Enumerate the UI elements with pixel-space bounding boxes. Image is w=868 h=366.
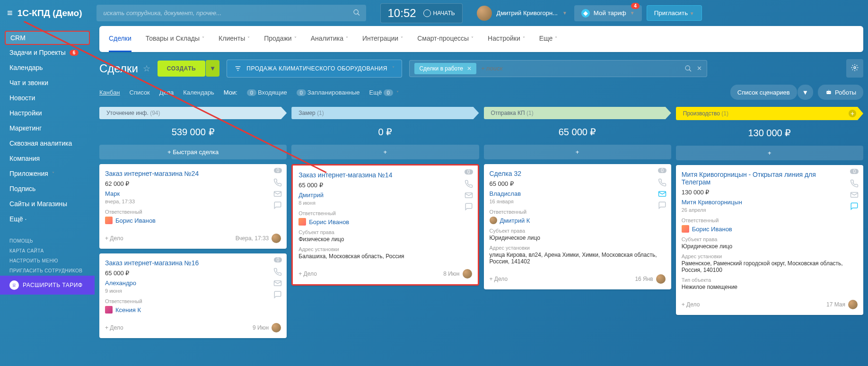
quick-deal-button[interactable]: + Быстрая сделка <box>99 145 287 159</box>
sidebar-item-news[interactable]: Новости <box>0 90 95 105</box>
sidebar-item-crm[interactable]: CRM <box>5 31 90 45</box>
tab-clients[interactable]: Клиенты˅ <box>219 26 250 52</box>
phone-icon[interactable] <box>850 179 859 188</box>
search-icon[interactable] <box>684 65 692 72</box>
quick-deal-button[interactable]: + <box>676 146 863 160</box>
sidebar-item-more[interactable]: Ещё · <box>0 211 95 227</box>
filter-search-input[interactable] <box>481 65 684 72</box>
card-contact[interactable]: Алехандро <box>105 279 281 287</box>
scenarios-button[interactable]: Список сценариев <box>730 85 797 100</box>
card-title[interactable]: Заказ интернет-магазина №14 <box>298 171 472 179</box>
search-input[interactable] <box>96 5 366 21</box>
chat-icon[interactable] <box>658 201 666 209</box>
card-title[interactable]: Митя Кривогорницын - Открытая линия для … <box>682 171 858 186</box>
sidebar-sitemap[interactable]: КАРТА САЙТА <box>0 246 95 256</box>
tab-smart[interactable]: Смарт-процессы˅ <box>417 26 473 52</box>
add-task-button[interactable]: + Дело <box>682 301 700 308</box>
mail-icon[interactable] <box>465 191 473 200</box>
responsible-name[interactable]: Борис Иванов <box>115 217 156 224</box>
filter-search[interactable]: Сделки в работе ✕ ✕ <box>409 60 707 77</box>
add-task-button[interactable]: + Дело <box>490 276 508 282</box>
mail-icon[interactable] <box>850 191 859 199</box>
search-icon[interactable] <box>353 9 360 17</box>
settings-button[interactable] <box>846 59 863 78</box>
phone-icon[interactable] <box>658 178 666 187</box>
view-tasks[interactable]: Дела <box>159 89 174 96</box>
create-button[interactable]: СОЗДАТЬ <box>158 61 205 77</box>
column-header[interactable]: Отправка КП (1) <box>484 107 671 119</box>
phone-icon[interactable] <box>273 268 282 276</box>
column-header[interactable]: Производство (1) + <box>676 107 863 120</box>
sidebar-item-sites[interactable]: Сайты и Магазины <box>0 196 95 211</box>
mail-icon[interactable] <box>658 190 666 198</box>
create-dropdown[interactable]: ▼ <box>206 60 219 77</box>
expand-tariff-button[interactable]: ♕ РАСШИРИТЬ ТАРИФ <box>0 276 95 295</box>
tab-integrations[interactable]: Интеграции˅ <box>362 26 403 52</box>
time-widget[interactable]: 10:52 НАЧАТЬ <box>380 3 463 23</box>
mail-icon[interactable] <box>273 190 282 198</box>
deal-card[interactable]: 0 Заказ интернет-магазина №24 62 000 ₽ М… <box>99 164 287 249</box>
tab-sales[interactable]: Продажи˅ <box>264 26 296 52</box>
phone-icon[interactable] <box>273 178 282 187</box>
add-task-button[interactable]: + Дело <box>105 324 123 331</box>
deal-card[interactable]: 0 Заказ интернет-магазина №14 65 000 ₽ Д… <box>291 164 479 286</box>
add-task-button[interactable]: + Дело <box>298 270 317 277</box>
column-header[interactable]: Замер (1) <box>291 107 479 119</box>
tariff-button[interactable]: ◆ Мой тариф ▼ 4 <box>574 5 642 21</box>
view-kanban[interactable]: Канбан <box>99 89 120 96</box>
close-icon[interactable]: ✕ <box>697 65 702 72</box>
filter-tag[interactable]: Сделки в работе ✕ <box>414 63 476 74</box>
scenarios-dropdown[interactable]: ▼ <box>798 85 813 100</box>
quick-deal-button[interactable]: + <box>291 145 479 159</box>
view-calendar[interactable]: Календарь <box>183 89 214 96</box>
phone-icon[interactable] <box>465 180 473 188</box>
responsible-name[interactable]: Борис Иванов <box>309 218 349 226</box>
chat-icon[interactable] <box>850 202 859 210</box>
sidebar-item-company[interactable]: Компания <box>0 151 95 166</box>
chat-icon[interactable] <box>273 290 282 299</box>
robots-button[interactable]: Роботы <box>818 85 863 100</box>
sidebar-item-marketing[interactable]: Маркетинг <box>0 121 95 136</box>
tab-products[interactable]: Товары и Склады˅ <box>146 26 204 52</box>
card-title[interactable]: Заказ интернет-магазина №24 <box>105 170 281 177</box>
view-more[interactable]: Ещё 0 ˅ <box>369 89 399 96</box>
sidebar-help[interactable]: ПОМОЩЬ <box>0 236 95 246</box>
tab-more[interactable]: Еще˅ <box>539 26 558 52</box>
filter-button[interactable]: ПРОДАЖА КЛИМАТИЧЕСКОГО ОБОРУДОВАНИЯ ˅ <box>227 60 402 78</box>
view-inbox[interactable]: 0Входящие <box>247 89 287 96</box>
mail-icon[interactable] <box>273 279 282 288</box>
card-contact[interactable]: Марк <box>105 190 281 197</box>
view-list[interactable]: Список <box>130 89 150 96</box>
timer-start-button[interactable]: НАЧАТЬ <box>423 9 455 17</box>
user-menu[interactable]: Дмитрий Кривогорн... ▼ <box>477 6 567 21</box>
sidebar-item-calendar[interactable]: Календарь <box>0 60 95 75</box>
sidebar-item-analytics[interactable]: Сквозная аналитика <box>0 136 95 151</box>
deal-card[interactable]: 0 Сделка 32 65 000 ₽ Владислав 16 января… <box>484 164 671 289</box>
sidebar-configure[interactable]: НАСТРОИТЬ МЕНЮ <box>0 256 95 266</box>
tab-settings[interactable]: Настройки˅ <box>488 26 525 52</box>
sidebar-item-settings[interactable]: Настройки <box>0 105 95 121</box>
view-planned[interactable]: 0Запланированные <box>297 89 360 96</box>
close-icon[interactable]: ✕ <box>467 65 472 72</box>
sidebar-item-apps[interactable]: Приложения˅ <box>0 166 95 181</box>
responsible-name[interactable]: Ксения К <box>115 306 141 314</box>
responsible-name[interactable]: Борис Иванов <box>692 226 732 233</box>
deal-card[interactable]: 0 Заказ интернет-магазина №16 65 000 ₽ А… <box>99 253 287 338</box>
card-contact[interactable]: Митя Кривогорницын <box>682 199 858 206</box>
sidebar-item-sign[interactable]: Подпись <box>0 181 95 196</box>
card-title[interactable]: Заказ интернет-магазина №16 <box>105 259 281 267</box>
deal-card[interactable]: 0 Митя Кривогорницын - Открытая линия дл… <box>676 165 863 315</box>
menu-button[interactable]: ≡ <box>7 8 13 18</box>
sidebar-invite[interactable]: ПРИГЛАСИТЬ СОТРУДНИКОВ <box>0 266 95 276</box>
chat-icon[interactable] <box>465 202 473 211</box>
quick-deal-button[interactable]: + <box>484 145 671 159</box>
app-logo[interactable]: 1С-КПД (Демо) <box>18 8 82 18</box>
sidebar-item-tasks[interactable]: Задачи и Проекты6 <box>0 45 95 60</box>
star-icon[interactable]: ☆ <box>143 63 150 74</box>
sidebar-item-chat[interactable]: Чат и звонки <box>0 75 95 90</box>
chat-icon[interactable] <box>273 201 282 209</box>
invite-button[interactable]: Пригласить ▼ <box>647 5 702 21</box>
card-contact[interactable]: Дмитрий <box>298 192 472 199</box>
card-contact[interactable]: Владислав <box>490 190 666 197</box>
add-column-button[interactable]: + <box>849 110 856 117</box>
